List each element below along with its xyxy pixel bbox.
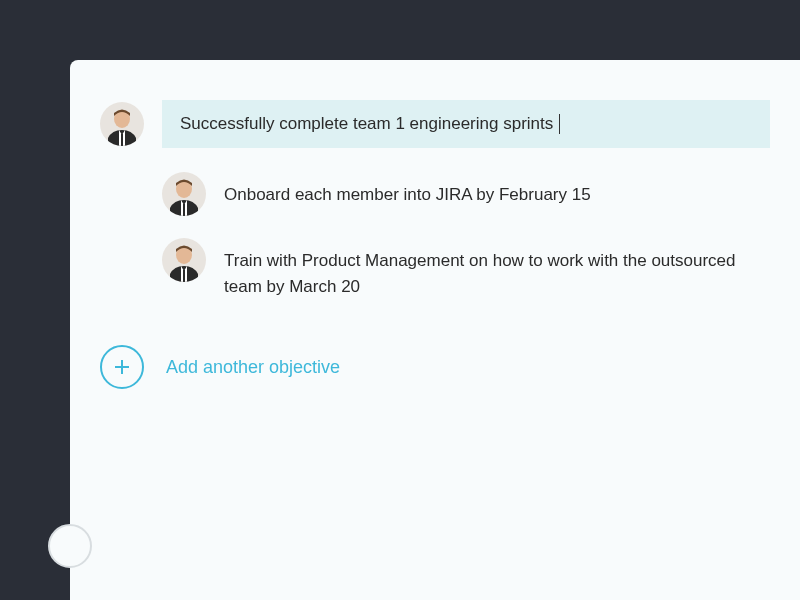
sub-objective-row: Onboard each member into JIRA by Februar… bbox=[162, 172, 770, 216]
person-avatar-icon bbox=[162, 172, 206, 216]
sub-objective-text[interactable]: Onboard each member into JIRA by Februar… bbox=[224, 172, 770, 208]
person-avatar-icon bbox=[162, 238, 206, 282]
objectives-card: Successfully complete team 1 engineering… bbox=[70, 60, 800, 600]
text-cursor bbox=[559, 114, 560, 134]
sub-objective-row: Train with Product Management on how to … bbox=[162, 238, 770, 299]
avatar[interactable] bbox=[162, 238, 206, 282]
objective-text: Successfully complete team 1 engineering… bbox=[180, 114, 553, 134]
objective-row-main: Successfully complete team 1 engineering… bbox=[100, 100, 770, 148]
add-objective-label[interactable]: Add another objective bbox=[166, 357, 340, 378]
avatar[interactable] bbox=[100, 102, 144, 146]
svg-rect-7 bbox=[115, 366, 129, 368]
sub-objective-text[interactable]: Train with Product Management on how to … bbox=[224, 238, 770, 299]
sub-objectives-list: Onboard each member into JIRA by Februar… bbox=[162, 172, 770, 299]
add-objective-button[interactable] bbox=[100, 345, 144, 389]
avatar[interactable] bbox=[162, 172, 206, 216]
objective-input[interactable]: Successfully complete team 1 engineering… bbox=[162, 100, 770, 148]
person-avatar-icon bbox=[100, 102, 144, 146]
plus-icon bbox=[114, 359, 130, 375]
empty-avatar-placeholder bbox=[48, 524, 92, 568]
add-objective-row[interactable]: Add another objective bbox=[100, 345, 770, 389]
